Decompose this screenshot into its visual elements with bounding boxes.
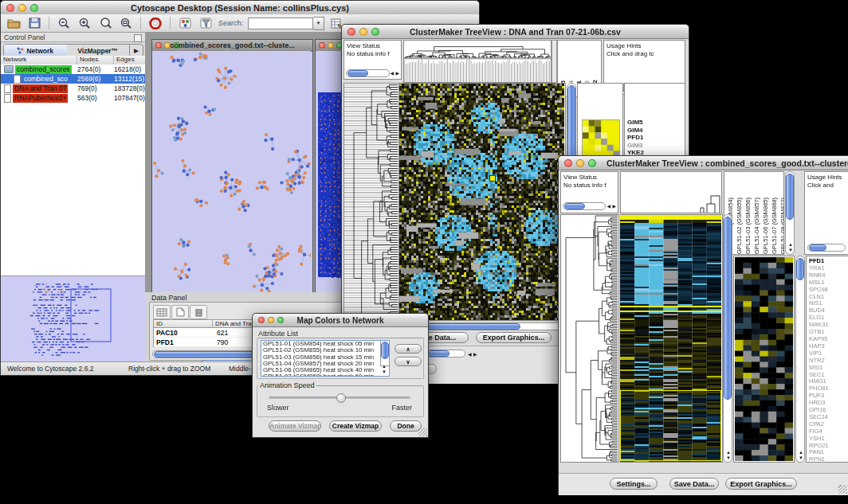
tv2-column-label[interactable]: GPL51-04 (GSM857) (753, 197, 761, 254)
tab-network[interactable]: Network (4, 45, 67, 57)
tv1-gene-label[interactable]: GIM5 (627, 119, 685, 127)
new-attribute-icon[interactable] (171, 305, 189, 319)
tab-overflow-arrow-icon[interactable]: ▶ (129, 45, 143, 57)
data-panel-title: Data Panel (151, 294, 187, 302)
close-icon[interactable] (319, 42, 325, 49)
tv2-heatmap-vscroll[interactable]: ▲ ▼ (723, 214, 732, 463)
tv2-labels-vscroll[interactable]: ▲ ▼ (785, 171, 795, 255)
col-nodes[interactable]: Nodes (77, 56, 114, 64)
zoom-fit-icon[interactable] (118, 16, 134, 30)
attribute-select-icon[interactable] (153, 305, 171, 319)
tv1-column-dendrogram[interactable] (403, 40, 552, 83)
network-row[interactable]: RNAPuberNov2+563(0)107847(0) (1, 93, 145, 103)
attribute-list[interactable]: GPL51-01 (GSM854) heat shock 05 minGPL51… (261, 340, 390, 377)
tv2-gene-label[interactable]: RPN1 (809, 456, 848, 463)
network-table: combined_scores2764(0)16218(0)combined_s… (1, 64, 146, 275)
col-edges[interactable]: Edges (114, 56, 145, 64)
filter-icon[interactable] (198, 16, 214, 30)
scroll-left-icon[interactable]: ◀ (390, 71, 394, 76)
open-session-icon[interactable] (6, 16, 22, 30)
network-row[interactable]: combined_scores2764(0)16218(0) (1, 64, 145, 74)
slider-thumb[interactable] (336, 393, 346, 403)
usage-hints-label: Usage Hints (805, 172, 848, 182)
tv2-column-label[interactable]: GPL51-03 (GSM856) (744, 197, 752, 254)
tv1-export-graphics-button[interactable]: Export Graphics... (476, 332, 552, 343)
zoom-in-icon[interactable] (77, 16, 92, 30)
tv2-thumbnail-panel[interactable] (733, 256, 795, 463)
attribute-list-vscroll[interactable] (380, 341, 389, 366)
animation-speed-slider[interactable] (269, 397, 410, 399)
attribute-up-button[interactable]: ∧ (395, 344, 422, 354)
search-dropdown-icon[interactable]: ▼ (313, 17, 324, 30)
scroll-down-icon[interactable]: ▼ (799, 455, 803, 460)
delete-attribute-icon[interactable] (190, 305, 207, 319)
tv1-heatmap[interactable] (399, 83, 566, 321)
done-button[interactable]: Done (390, 420, 422, 432)
col-network[interactable]: Network (1, 56, 77, 64)
scroll-up-icon[interactable]: ▲ (799, 450, 803, 455)
scroll-right-icon[interactable]: ▶ (612, 204, 616, 209)
tv1-row-dendrogram[interactable] (344, 83, 399, 321)
tv2-column-label[interactable]: GPL51-06 (GSM865) (762, 197, 770, 254)
tv2-heatmap[interactable] (620, 214, 723, 463)
treeview2-titlebar[interactable]: ClusterMaker TreeView : combined_scores_… (559, 156, 848, 170)
data-row-id: PAC10 (154, 329, 212, 337)
tv2-export-graphics-button[interactable]: Export Graphics... (725, 478, 797, 490)
float-panel-icon[interactable] (134, 34, 142, 42)
vizmapper-icon[interactable] (177, 16, 193, 30)
network-view-title: combined_scores_good.txt--cluste... (152, 41, 312, 49)
help-lifering-icon[interactable] (147, 16, 163, 30)
tv1-splitter[interactable] (552, 40, 557, 83)
attribute-down-button[interactable]: ∨ (395, 357, 422, 366)
birdseye-canvas[interactable] (1, 276, 143, 361)
zoom-out-icon[interactable] (56, 16, 72, 30)
scroll-left-icon[interactable]: ◀ (607, 204, 610, 209)
tab-vizmapper[interactable]: VizMapper™ (67, 45, 130, 57)
scroll-down-icon[interactable]: ▼ (788, 248, 793, 252)
tv2-genes-vscroll[interactable]: ▲ ▼ (795, 256, 805, 463)
scroll-right-icon[interactable]: ▶ (473, 352, 477, 357)
scroll-left-icon[interactable]: ◀ (468, 352, 472, 357)
minimize-icon[interactable] (328, 42, 334, 49)
scroll-down-icon[interactable]: ▼ (382, 369, 387, 374)
col-id[interactable]: ID (154, 320, 213, 327)
tv2-settings-button[interactable]: Settings... (610, 478, 658, 490)
network-canvas[interactable] (152, 51, 311, 295)
tv2-hints-hscroll[interactable] (807, 244, 846, 252)
animate-vizmap-button[interactable]: Animate Vizmap (269, 420, 321, 432)
zoom-selected-icon[interactable] (97, 16, 113, 30)
save-session-icon[interactable] (26, 16, 42, 30)
dialog-titlebar[interactable]: Map Colors to Network (253, 314, 428, 327)
tv1-gene-label[interactable]: GIM3 (627, 142, 685, 150)
network-row[interactable]: DNA and Tran 07769(0)183728(0) (1, 84, 145, 93)
resize-grip[interactable] (838, 485, 847, 494)
treeview-window-combined: ClusterMaker TreeView : combined_scores_… (558, 155, 848, 495)
scroll-up-icon[interactable]: ▲ (726, 450, 731, 455)
tv2-save-data-button[interactable]: Save Data... (669, 478, 719, 490)
scroll-up-icon[interactable]: ▲ (788, 242, 793, 247)
tv1-bottom-hscroll[interactable] (426, 350, 465, 357)
scroll-right-icon[interactable]: ▶ (395, 71, 399, 76)
network-view-titlebar[interactable]: combined_scores_good.txt--cluste... (152, 40, 312, 52)
tv1-selection-thumbnail[interactable] (582, 119, 620, 158)
search-input[interactable] (248, 18, 313, 29)
create-vizmap-button[interactable]: Create Vizmap (329, 420, 382, 432)
network-nodes-count: 2764(0) (77, 65, 114, 73)
treeview1-titlebar[interactable]: ClusterMaker TreeView : DNA and Tran 07-… (342, 25, 689, 39)
tv2-column-label[interactable]: GPL51-02 (GSM855) (736, 197, 744, 254)
tv1-gene-label[interactable]: PFD1 (627, 134, 685, 142)
tv1-status-hscroll[interactable] (346, 69, 390, 77)
scroll-down-icon[interactable]: ▼ (726, 455, 731, 460)
tv2-column-dendrogram[interactable] (620, 171, 722, 213)
tv2-row-dendrogram[interactable] (560, 214, 619, 463)
resize-grip[interactable] (418, 428, 427, 436)
network-row[interactable]: combined_sco2569(6)13112(15) (1, 74, 145, 84)
tv2-status-hscroll[interactable] (563, 202, 606, 210)
tv1-gene-label[interactable]: GIM4 (627, 127, 685, 135)
tv2-column-label[interactable]: GPL51-07 (GSM868) (771, 197, 779, 254)
birdseye-panel[interactable] (1, 275, 146, 363)
attribute-item[interactable]: GPL51-07 (GSM868) heat shock 60 min (263, 373, 389, 377)
main-titlebar[interactable]: Cytoscape Desktop (Session Name: collins… (1, 1, 479, 15)
tv2-column-label[interactable]: GPL51-08 (GSM872) (779, 197, 784, 254)
scroll-up-icon[interactable]: ▲ (382, 364, 387, 369)
